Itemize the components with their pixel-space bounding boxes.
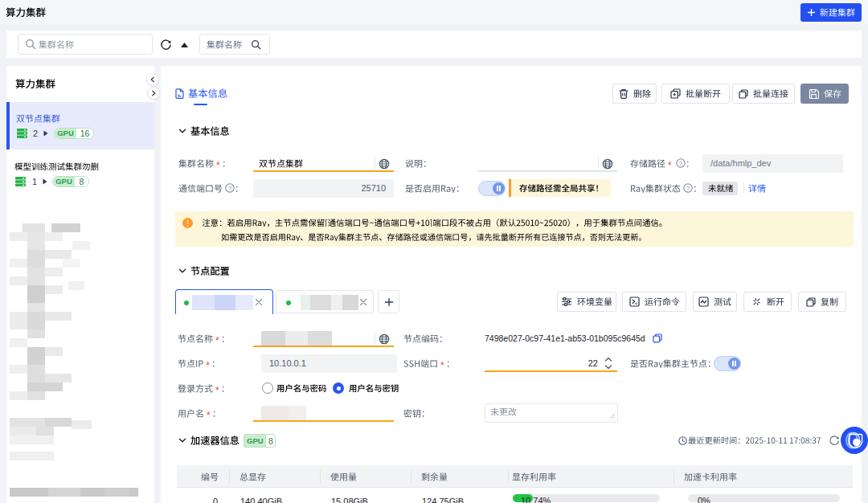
svg-text:?: ? <box>228 185 232 192</box>
svg-text:?: ? <box>678 160 682 167</box>
svg-text:?: ? <box>686 185 690 192</box>
